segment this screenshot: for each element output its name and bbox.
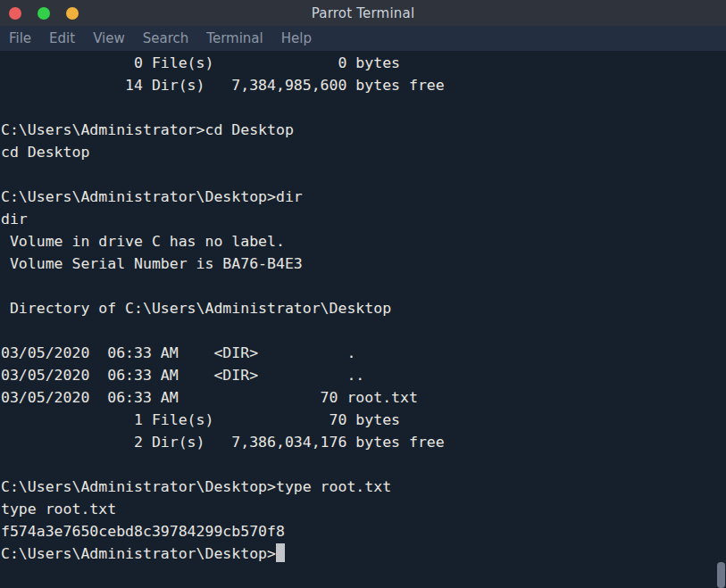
- prompt-text: C:\Users\Administrator\Desktop>: [1, 545, 276, 562]
- window-title: Parrot Terminal: [0, 5, 726, 21]
- terminal-output: 0 File(s) 0 bytes 14 Dir(s) 7,384,985,60…: [0, 51, 726, 565]
- terminal-scrollback: 0 File(s) 0 bytes 14 Dir(s) 7,384,985,60…: [1, 54, 445, 540]
- menu-item-terminal[interactable]: Terminal: [204, 30, 264, 46]
- scrollbar-thumb[interactable]: [717, 562, 725, 588]
- traffic-lights: [9, 0, 79, 26]
- maximize-button[interactable]: [66, 7, 79, 20]
- menu-item-search[interactable]: Search: [141, 30, 191, 46]
- terminal-screen[interactable]: 0 File(s) 0 bytes 14 Dir(s) 7,384,985,60…: [0, 51, 726, 588]
- parrot-terminal-window: Parrot Terminal FileEditViewSearchTermin…: [0, 0, 726, 588]
- menubar: FileEditViewSearchTerminalHelp: [0, 26, 726, 51]
- menu-item-view[interactable]: View: [91, 30, 127, 46]
- minimize-button[interactable]: [38, 7, 50, 20]
- text-cursor: [276, 543, 285, 562]
- prompt-line: C:\Users\Administrator\Desktop>: [1, 545, 285, 562]
- close-button[interactable]: [9, 7, 21, 20]
- menu-item-edit[interactable]: Edit: [47, 30, 77, 46]
- menu-item-help[interactable]: Help: [280, 30, 313, 46]
- menu-item-file[interactable]: File: [7, 30, 33, 46]
- titlebar: Parrot Terminal: [0, 0, 726, 26]
